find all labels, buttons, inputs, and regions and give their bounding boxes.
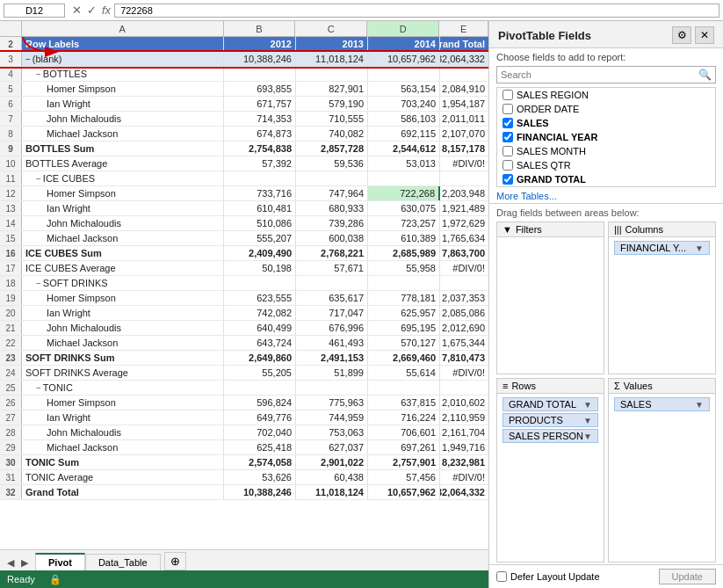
cell-d[interactable]: 610,389 xyxy=(368,231,440,245)
field-item-financial-year[interactable]: FINANCIAL YEAR xyxy=(497,130,715,144)
cell-c[interactable]: 60,438 xyxy=(296,470,368,484)
cell-e[interactable]: 7,810,473 xyxy=(440,351,488,365)
cell-b[interactable]: 693,855 xyxy=(224,82,296,96)
cell-b[interactable]: 10,388,246 xyxy=(224,52,296,66)
cell-e[interactable]: 32,064,332 xyxy=(440,485,488,499)
cell-e[interactable]: 1,921,489 xyxy=(440,201,488,215)
cell-d[interactable]: 55,614 xyxy=(368,366,440,380)
cell-a[interactable]: Homer Simpson xyxy=(22,396,224,410)
cell-c[interactable] xyxy=(296,171,368,185)
cell-b[interactable]: 640,499 xyxy=(224,321,296,335)
cell-a[interactable]: ICE CUBES Average xyxy=(22,261,224,275)
defer-update-checkbox[interactable] xyxy=(496,571,507,582)
cell-b[interactable]: 596,824 xyxy=(224,396,296,410)
cell-e[interactable]: 2,085,086 xyxy=(440,306,488,320)
cell-a[interactable]: TONIC Average xyxy=(22,470,224,484)
cell-e[interactable]: 2,161,704 xyxy=(440,425,488,439)
cell-d[interactable]: 625,957 xyxy=(368,306,440,320)
cell-d[interactable]: 722,268 xyxy=(368,186,440,200)
cancel-icon[interactable]: ✕ xyxy=(72,4,82,17)
cell-e[interactable]: 2,203,948 xyxy=(440,186,488,200)
field-checkbox-sales[interactable] xyxy=(502,118,513,128)
cell-d[interactable]: 778,181 xyxy=(368,291,440,305)
cell-c[interactable]: 2013 xyxy=(296,37,368,51)
pivot-settings-icon[interactable]: ⚙ xyxy=(672,26,691,44)
cell-a[interactable]: Michael Jackson xyxy=(22,231,224,245)
cell-e[interactable]: 8,157,178 xyxy=(440,142,488,156)
cell-d[interactable]: 2014 xyxy=(368,37,440,51)
cell-c[interactable]: 747,964 xyxy=(296,186,368,200)
cell-d[interactable]: 570,127 xyxy=(368,336,440,350)
cell-e[interactable]: #DIV/0! xyxy=(440,261,488,275)
cell-d[interactable] xyxy=(368,276,440,290)
field-checkbox-sales-month[interactable] xyxy=(502,146,513,156)
cell-a[interactable]: Homer Simpson xyxy=(22,291,224,305)
cell-a[interactable]: BOTTLES Sum xyxy=(22,142,224,156)
cell-e[interactable]: 1,675,344 xyxy=(440,336,488,350)
confirm-icon[interactable]: ✓ xyxy=(87,4,97,17)
cell-c[interactable]: 717,047 xyxy=(296,306,368,320)
cell-d[interactable]: 697,261 xyxy=(368,440,440,454)
cell-e[interactable]: 2,107,070 xyxy=(440,127,488,141)
cell-b[interactable] xyxy=(224,276,296,290)
columns-area[interactable]: FINANCIAL Y...▼ xyxy=(609,237,715,374)
cell-c[interactable]: 2,491,153 xyxy=(296,351,368,365)
field-item-sales-region[interactable]: SALES REGION xyxy=(497,88,715,102)
rows-area[interactable]: GRAND TOTAL▼PRODUCTS▼SALES PERSON▼ xyxy=(497,394,604,562)
cell-b[interactable]: 2,409,490 xyxy=(224,246,296,260)
cell-d[interactable]: 716,224 xyxy=(368,410,440,425)
cell-e[interactable]: 7,863,700 xyxy=(440,246,488,260)
cell-d[interactable] xyxy=(368,381,440,395)
cell-d[interactable]: 563,154 xyxy=(368,82,440,96)
cell-b[interactable]: 742,082 xyxy=(224,306,296,320)
sheet-tab-pivot[interactable]: Pivot xyxy=(35,553,85,570)
cell-a[interactable]: Grand Total xyxy=(22,485,224,499)
cell-e[interactable] xyxy=(440,171,488,185)
cell-c[interactable]: 680,933 xyxy=(296,201,368,215)
cell-c[interactable]: 739,286 xyxy=(296,216,368,230)
cell-d[interactable]: 630,075 xyxy=(368,201,440,215)
cell-c[interactable]: 753,063 xyxy=(296,425,368,439)
cell-e[interactable] xyxy=(440,381,488,395)
cell-b[interactable] xyxy=(224,171,296,185)
pivot-chip-rows[interactable]: PRODUCTS▼ xyxy=(502,413,598,427)
cell-a[interactable]: Ian Wright xyxy=(22,410,224,425)
cell-a[interactable]: −SOFT DRINKS xyxy=(22,276,224,290)
cell-d[interactable]: 2,757,901 xyxy=(368,455,440,469)
cell-e[interactable]: 8,232,981 xyxy=(440,455,488,469)
pivot-chip-values[interactable]: SALES▼ xyxy=(614,397,710,411)
cell-b[interactable]: 643,724 xyxy=(224,336,296,350)
cell-e[interactable]: 1,954,187 xyxy=(440,97,488,111)
col-e-header[interactable]: E xyxy=(439,21,488,36)
cell-c[interactable] xyxy=(296,276,368,290)
field-checkbox-financial-year[interactable] xyxy=(502,132,513,142)
cell-b[interactable]: 610,481 xyxy=(224,201,296,215)
cell-c[interactable]: 2,857,728 xyxy=(296,142,368,156)
cell-e[interactable] xyxy=(440,67,488,81)
cell-a[interactable]: Homer Simpson xyxy=(22,186,224,200)
pivot-chip-rows[interactable]: SALES PERSON▼ xyxy=(502,429,598,443)
cell-c[interactable]: 51,899 xyxy=(296,366,368,380)
field-item-order-date[interactable]: ORDER DATE xyxy=(497,102,715,116)
cell-a[interactable]: −TONIC xyxy=(22,381,224,395)
cell-a[interactable]: Row Labels xyxy=(22,37,224,51)
cell-d[interactable]: 53,013 xyxy=(368,156,440,171)
function-icon[interactable]: fx xyxy=(102,4,111,17)
cell-a[interactable]: Ian Wright xyxy=(22,201,224,215)
cell-a[interactable]: SOFT DRINKS Average xyxy=(22,366,224,380)
cell-c[interactable]: 461,493 xyxy=(296,336,368,350)
pivot-close-icon[interactable]: ✕ xyxy=(695,26,714,44)
cell-e[interactable]: 2,011,011 xyxy=(440,112,488,126)
cell-e[interactable]: 2,010,602 xyxy=(440,396,488,410)
cell-ref-box[interactable]: D12 xyxy=(4,4,65,18)
cell-b[interactable]: 2012 xyxy=(224,37,296,51)
cell-d[interactable]: 695,195 xyxy=(368,321,440,335)
cell-a[interactable]: Michael Jackson xyxy=(22,127,224,141)
cell-c[interactable]: 11,018,124 xyxy=(296,485,368,499)
cell-e[interactable]: #DIV/0! xyxy=(440,366,488,380)
cell-d[interactable] xyxy=(368,67,440,81)
cell-e[interactable]: Grand Total xyxy=(440,37,488,51)
cell-a[interactable]: TONIC Sum xyxy=(22,455,224,469)
cell-c[interactable] xyxy=(296,67,368,81)
cell-a[interactable]: Ian Wright xyxy=(22,97,224,111)
